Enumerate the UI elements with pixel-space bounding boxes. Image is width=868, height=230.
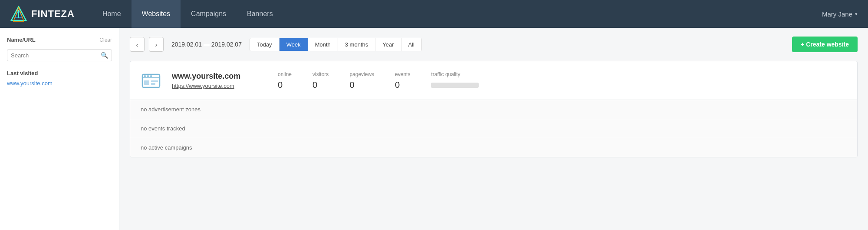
events-value: 0 [395,80,400,90]
chevron-down-icon: ▾ [855,11,858,17]
date-range: 2019.02.01 — 2019.02.07 [168,41,245,48]
traffic-bar-background [431,83,479,88]
website-icon [141,71,161,90]
stat-pageviews: pageviews 0 [349,71,374,90]
clear-link[interactable]: Clear [99,37,112,43]
site-url[interactable]: https://www.yoursite.com [172,83,267,89]
nav-links: Home Websites Campaigns Banners [92,0,822,28]
nav-campaigns[interactable]: Campaigns [181,0,237,28]
card-main: www.yoursite.com https://www.yoursite.co… [130,61,857,100]
stat-traffic-quality: traffic quality [431,71,479,90]
notice-no-events: no events tracked [130,119,857,138]
next-button[interactable]: › [149,37,164,52]
logo-text: FINTEZA [31,8,75,20]
user-name: Mary Jane [822,10,852,18]
visitors-label: visitors [312,71,329,77]
sidebar: Name/URL Clear 🔍 Last visited www.yoursi… [0,28,119,230]
site-icon [141,70,161,91]
svg-rect-10 [144,80,149,85]
website-card: www.yoursite.com https://www.yoursite.co… [130,61,858,157]
stat-events: events 0 [395,71,410,90]
events-label: events [395,71,410,77]
toolbar: ‹ › 2019.02.01 — 2019.02.07 Today Week M… [130,37,858,52]
nav-banners[interactable]: Banners [237,0,283,28]
visitors-value: 0 [312,80,317,90]
pageviews-label: pageviews [349,71,374,77]
last-visited-label: Last visited [7,70,112,77]
period-tabs: Today Week Month 3 months Year All [250,38,422,51]
tab-week[interactable]: Week [279,38,308,51]
last-visited-link[interactable]: www.yoursite.com [7,80,112,87]
nav-websites[interactable]: Websites [132,0,181,28]
svg-point-7 [144,75,146,77]
notice-no-zones: no advertisement zones [130,100,857,119]
stat-visitors: visitors 0 [312,71,329,90]
create-website-button[interactable]: + Create website [792,37,858,52]
stat-online: online 0 [278,71,292,90]
online-label: online [278,71,292,77]
sidebar-name-url-header: Name/URL Clear [7,37,112,46]
pageviews-value: 0 [349,80,354,90]
user-menu[interactable]: Mary Jane ▾ [822,10,858,18]
nav-home[interactable]: Home [92,0,132,28]
tab-all[interactable]: All [401,38,421,51]
main-content: ‹ › 2019.02.01 — 2019.02.07 Today Week M… [119,28,868,230]
site-name: www.yoursite.com [172,72,267,81]
site-info: www.yoursite.com https://www.yoursite.co… [172,72,267,89]
search-input[interactable] [11,52,101,59]
top-navigation: FINTEZA Home Websites Campaigns Banners … [0,0,868,28]
main-layout: Name/URL Clear 🔍 Last visited www.yoursi… [0,28,868,230]
finteza-logo-icon [10,6,27,22]
svg-point-9 [150,75,152,77]
svg-rect-11 [151,80,158,82]
tab-3months[interactable]: 3 months [338,38,375,51]
notice-no-campaigns: no active campaigns [130,138,857,157]
search-icon: 🔍 [101,52,108,59]
svg-rect-12 [151,83,155,85]
search-wrap: 🔍 [7,49,112,61]
logo[interactable]: FINTEZA [10,6,75,22]
sidebar-name-url-label: Name/URL [7,37,36,43]
prev-button[interactable]: ‹ [130,37,145,52]
stats: online 0 visitors 0 pageviews 0 events 0 [278,71,847,90]
tab-today[interactable]: Today [250,38,279,51]
svg-point-8 [147,75,149,77]
tab-year[interactable]: Year [375,38,401,51]
online-value: 0 [278,80,283,90]
traffic-quality-label: traffic quality [431,71,460,77]
tab-month[interactable]: Month [308,38,338,51]
